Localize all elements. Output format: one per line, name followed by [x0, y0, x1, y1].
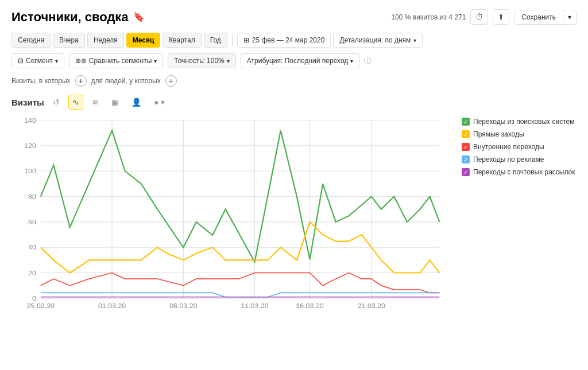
- add-people-filter-button[interactable]: +: [165, 75, 177, 87]
- legend-label-ads: Переходы по рекламе: [473, 155, 544, 163]
- visits-info: 100 % визитов из 4 271: [391, 13, 466, 21]
- tab-yesterday[interactable]: Вчера: [53, 33, 85, 48]
- legend-color-direct: ✓: [462, 130, 470, 138]
- calendar-icon: ⊞: [243, 36, 249, 44]
- legend-item-search: ✓ Переходы из поисковых систем: [462, 118, 577, 126]
- compare-icon: ⊕⊕: [75, 57, 87, 65]
- refresh-button[interactable]: ↺: [49, 95, 64, 110]
- visits-filter-row: Визиты, в которых + для людей, у которых…: [11, 75, 577, 87]
- legend-item-email: ✓ Переходы с почтовых рассылок: [462, 168, 577, 176]
- chevron-down-icon: ▾: [55, 58, 58, 64]
- svg-text:25.02.20: 25.02.20: [27, 302, 55, 310]
- chart-title: Визиты: [11, 98, 44, 107]
- save-button-group: Сохранить ▾: [514, 10, 577, 25]
- detail-label: Детализация: по дням: [339, 36, 411, 44]
- legend-label-direct: Прямые заходы: [473, 130, 524, 138]
- chart-legend: ✓ Переходы из поисковых систем ✓ Прямые …: [462, 95, 577, 176]
- chevron-down-icon: ▾: [413, 37, 416, 44]
- legend-color-internal: ✓: [462, 143, 470, 151]
- more-chart-button[interactable]: ● ▾: [150, 95, 169, 110]
- svg-text:80: 80: [28, 193, 36, 201]
- detail-button[interactable]: Детализация: по дням ▾: [333, 33, 423, 48]
- date-range-button[interactable]: ⊞ 25 фев — 24 мар 2020: [237, 33, 331, 48]
- user-chart-button[interactable]: 👤: [127, 95, 145, 110]
- save-dropdown-button[interactable]: ▾: [563, 10, 576, 24]
- svg-text:06.03.20: 06.03.20: [169, 302, 198, 310]
- page-title: Источники, сводка: [11, 10, 129, 25]
- chart-title-row: Визиты ↺ ∿ ≋ ▦ 👤 ● ▾: [11, 95, 452, 110]
- save-button[interactable]: Сохранить: [514, 10, 563, 24]
- svg-text:0: 0: [32, 294, 36, 302]
- legend-color-email: ✓: [462, 168, 470, 176]
- tab-year[interactable]: Год: [204, 33, 227, 48]
- legend-color-search: ✓: [462, 118, 470, 126]
- add-visit-filter-button[interactable]: +: [75, 75, 87, 87]
- visits-filter-label-after: для людей, у которых: [91, 77, 161, 85]
- visits-filter-label-before: Визиты, в которых: [11, 77, 71, 85]
- info-icon[interactable]: ⓘ: [364, 56, 372, 66]
- tab-week[interactable]: Неделя: [87, 33, 124, 48]
- chevron-down-icon: ▾: [227, 58, 230, 64]
- svg-text:01.03.20: 01.03.20: [98, 302, 126, 310]
- period-separator: [232, 34, 233, 46]
- svg-text:21.03.20: 21.03.20: [358, 302, 386, 310]
- bar-chart-button[interactable]: ▦: [107, 95, 123, 110]
- svg-text:140: 140: [24, 116, 36, 124]
- svg-text:16.03.20: 16.03.20: [296, 302, 324, 310]
- filter-bar: ⊟ Сегмент ▾ ⊕⊕ Сравнить сегменты ▾ Точно…: [11, 53, 577, 68]
- legend-label-email: Переходы с почтовых рассылок: [473, 168, 575, 176]
- chart-section: Визиты ↺ ∿ ≋ ▦ 👤 ● ▾ .grid-line { stroke…: [11, 95, 577, 332]
- segment-button[interactable]: ⊟ Сегмент ▾: [11, 53, 64, 68]
- svg-text:11.03.20: 11.03.20: [241, 302, 269, 310]
- date-range-label: 25 фев — 24 мар 2020: [252, 36, 325, 44]
- line-chart-button[interactable]: ∿: [68, 95, 83, 110]
- share-button[interactable]: ⬆: [493, 9, 509, 25]
- tab-quarter[interactable]: Квартал: [163, 33, 201, 48]
- legend-label-internal: Внутренние переходы: [473, 143, 544, 151]
- area-chart-button[interactable]: ≋: [88, 95, 103, 110]
- clock-button[interactable]: ⏱: [470, 9, 488, 25]
- legend-item-direct: ✓ Прямые заходы: [462, 130, 577, 138]
- attribution-label: Атрибуция: Последний переход: [247, 57, 349, 65]
- legend-item-internal: ✓ Внутренние переходы: [462, 143, 577, 151]
- compare-label: Сравнить сегменты: [89, 57, 152, 65]
- header-left: Источники, сводка 🔖: [11, 10, 145, 25]
- accuracy-button[interactable]: Точность: 100% ▾: [168, 53, 235, 68]
- chevron-down-icon: ▾: [154, 58, 157, 64]
- chevron-down-icon: ▾: [350, 58, 353, 64]
- svg-text:60: 60: [28, 218, 36, 226]
- segment-label: Сегмент: [26, 57, 53, 65]
- compare-button[interactable]: ⊕⊕ Сравнить сегменты ▾: [69, 53, 164, 68]
- filter-icon: ⊟: [18, 57, 24, 65]
- bookmark-icon[interactable]: 🔖: [133, 11, 145, 22]
- page-header: Источники, сводка 🔖 100 % визитов из 4 2…: [11, 9, 577, 25]
- tab-month[interactable]: Месяц: [126, 33, 161, 48]
- chart-area: Визиты ↺ ∿ ≋ ▦ 👤 ● ▾ .grid-line { stroke…: [11, 95, 452, 332]
- legend-color-ads: ✓: [462, 155, 470, 163]
- accuracy-label: Точность: 100%: [174, 57, 224, 65]
- legend-item-ads: ✓ Переходы по рекламе: [462, 155, 577, 163]
- svg-text:40: 40: [28, 244, 36, 252]
- svg-text:20: 20: [28, 269, 36, 277]
- svg-text:120: 120: [24, 142, 36, 150]
- tab-today[interactable]: Сегодня: [11, 33, 51, 48]
- legend-label-search: Переходы из поисковых систем: [473, 118, 574, 126]
- main-chart-svg: .grid-line { stroke: #e0e0e0; stroke-wid…: [11, 114, 452, 332]
- attribution-button[interactable]: Атрибуция: Последний переход ▾: [241, 53, 360, 68]
- svg-text:100: 100: [24, 168, 36, 176]
- chart-container: .grid-line { stroke: #e0e0e0; stroke-wid…: [11, 114, 452, 332]
- header-right: 100 % визитов из 4 271 ⏱ ⬆ Сохранить ▾: [391, 9, 577, 25]
- period-bar: Сегодня Вчера Неделя Месяц Квартал Год ⊞…: [11, 33, 577, 48]
